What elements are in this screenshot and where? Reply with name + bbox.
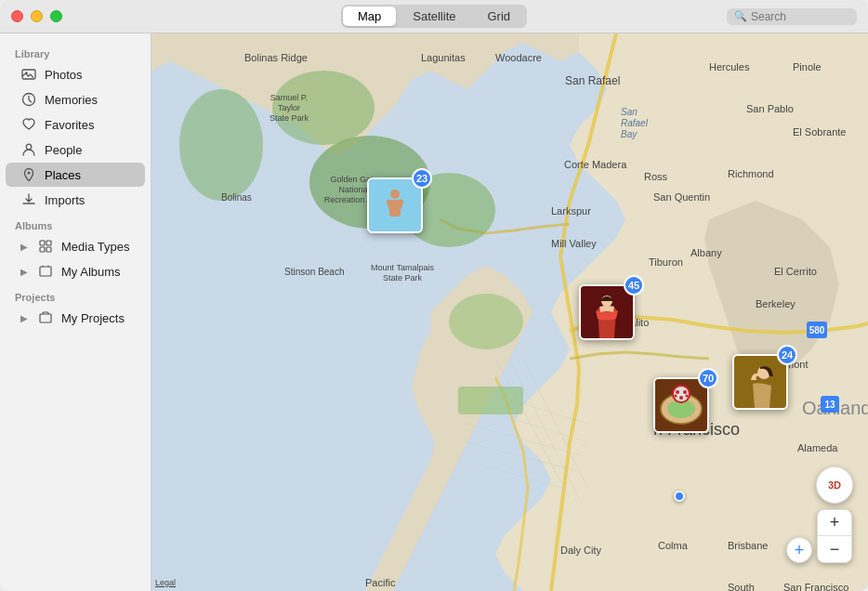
svg-text:Colma: Colma [658, 540, 689, 551]
favorites-label: Favorites [45, 118, 94, 132]
svg-rect-20 [458, 387, 523, 414]
svg-text:Mount Tamalpais: Mount Tamalpais [371, 263, 434, 272]
sidebar-item-people[interactable]: People [6, 138, 145, 162]
svg-rect-7 [40, 247, 45, 252]
search-box[interactable]: 🔍 [727, 8, 857, 25]
svg-text:Corte Madera: Corte Madera [564, 159, 627, 170]
svg-text:State Park: State Park [383, 273, 423, 282]
albums-section-label: Albums [0, 213, 151, 233]
map-marker-marin[interactable]: 23 [367, 177, 423, 233]
svg-point-90 [679, 396, 683, 400]
sidebar-item-my-projects[interactable]: ▶ My Projects [6, 306, 145, 330]
map-pin [674, 491, 685, 502]
svg-text:El Sobrante: El Sobrante [793, 126, 846, 138]
expand-icon: + [795, 541, 805, 560]
map-zoom-in-button[interactable]: + [818, 510, 851, 536]
svg-text:Bay: Bay [621, 129, 638, 139]
expand-icon-2: ▶ [20, 267, 28, 277]
svg-text:San: San [621, 107, 638, 117]
my-albums-icon [37, 263, 54, 280]
svg-text:Bolinas Ridge: Bolinas Ridge [244, 52, 308, 63]
marker-badge-sf-east: 24 [777, 345, 797, 365]
main-area: Library Photos Memories Favorites People [0, 33, 868, 591]
svg-rect-10 [40, 314, 51, 322]
svg-text:Samuel P.: Samuel P. [270, 93, 308, 102]
svg-text:South: South [728, 582, 755, 591]
svg-rect-6 [46, 241, 51, 245]
imports-icon [20, 191, 37, 208]
close-button[interactable] [11, 10, 23, 22]
map-marker-sausalito[interactable]: 45 [579, 284, 635, 340]
svg-text:Lagunitas: Lagunitas [421, 52, 466, 63]
places-label: Places [45, 168, 81, 182]
map-zoom-group: + − [817, 509, 852, 563]
svg-text:State Park: State Park [270, 113, 309, 123]
sidebar-item-places[interactable]: Places [6, 163, 145, 187]
map-zoom-out-button[interactable]: − [818, 536, 851, 562]
svg-point-25 [179, 89, 263, 201]
svg-text:San Francisco: San Francisco [783, 582, 848, 591]
svg-text:San Rafael: San Rafael [565, 74, 620, 87]
svg-text:Woodacre: Woodacre [495, 52, 542, 63]
media-types-icon [37, 238, 54, 255]
sidebar-item-memories[interactable]: Memories [6, 87, 145, 112]
svg-text:580: 580 [809, 325, 825, 335]
map-3d-button[interactable]: 3D [816, 466, 853, 504]
svg-point-88 [676, 390, 679, 394]
svg-text:Pinole: Pinole [793, 61, 822, 72]
tab-grid[interactable]: Grid [472, 7, 525, 26]
photos-label: Photos [45, 68, 82, 82]
svg-text:Taylor: Taylor [278, 103, 300, 112]
svg-text:Pacific: Pacific [365, 577, 396, 588]
svg-text:Hercules: Hercules [709, 61, 750, 72]
tab-satellite[interactable]: Satellite [398, 7, 470, 26]
svg-text:Brisbane: Brisbane [728, 540, 768, 551]
map-expand-button[interactable]: + [786, 537, 812, 563]
svg-text:Berkeley: Berkeley [756, 298, 796, 309]
search-input[interactable] [751, 10, 849, 23]
marker-badge-sf-center: 70 [698, 368, 718, 388]
svg-text:Larkspur: Larkspur [551, 205, 591, 217]
sidebar: Library Photos Memories Favorites People [0, 33, 151, 591]
map-controls: 3D + − [816, 466, 853, 563]
people-icon [20, 141, 37, 158]
svg-rect-8 [46, 247, 51, 252]
projects-section-label: Projects [0, 284, 151, 305]
people-label: People [45, 143, 82, 157]
svg-point-89 [683, 390, 687, 394]
legal-link[interactable]: Legal [155, 578, 176, 587]
marker-badge-marin: 23 [412, 168, 432, 189]
sidebar-item-media-types[interactable]: ▶ Media Types [6, 234, 145, 258]
my-albums-label: My Albums [61, 265, 121, 279]
expand-icon: ▶ [20, 242, 28, 252]
svg-text:Ross: Ross [644, 171, 668, 182]
svg-text:Mill Valley: Mill Valley [551, 238, 597, 249]
svg-point-3 [26, 144, 32, 150]
marker-badge-sausalito: 45 [624, 275, 644, 296]
svg-text:Stinson Beach: Stinson Beach [284, 267, 345, 277]
svg-rect-9 [40, 267, 51, 276]
sidebar-item-photos[interactable]: Photos [6, 62, 145, 86]
svg-point-4 [28, 172, 31, 175]
svg-text:Albany: Albany [690, 247, 722, 258]
view-tab-group: Map Satellite Grid [341, 5, 527, 28]
sidebar-item-imports[interactable]: Imports [6, 188, 145, 212]
my-projects-icon [37, 309, 54, 326]
svg-text:National: National [338, 185, 369, 194]
svg-text:San Pablo: San Pablo [746, 103, 794, 114]
expand-icon-3: ▶ [20, 313, 28, 323]
svg-text:Alameda: Alameda [797, 442, 838, 453]
sidebar-item-my-albums[interactable]: ▶ My Albums [6, 259, 145, 283]
map-area[interactable]: Bolinas Ridge Samuel P. Taylor State Par… [151, 33, 868, 591]
map-marker-sf-center[interactable]: 70 [653, 377, 709, 433]
minimize-button[interactable] [31, 10, 43, 22]
media-types-label: Media Types [61, 240, 129, 254]
my-projects-label: My Projects [61, 311, 125, 325]
titlebar: Map Satellite Grid 🔍 [0, 0, 868, 33]
memories-icon [20, 91, 37, 108]
tab-map[interactable]: Map [343, 7, 396, 26]
map-marker-sf-east[interactable]: 24 [732, 354, 788, 410]
sidebar-item-favorites[interactable]: Favorites [6, 112, 145, 137]
svg-point-21 [449, 294, 523, 349]
fullscreen-button[interactable] [50, 10, 62, 22]
